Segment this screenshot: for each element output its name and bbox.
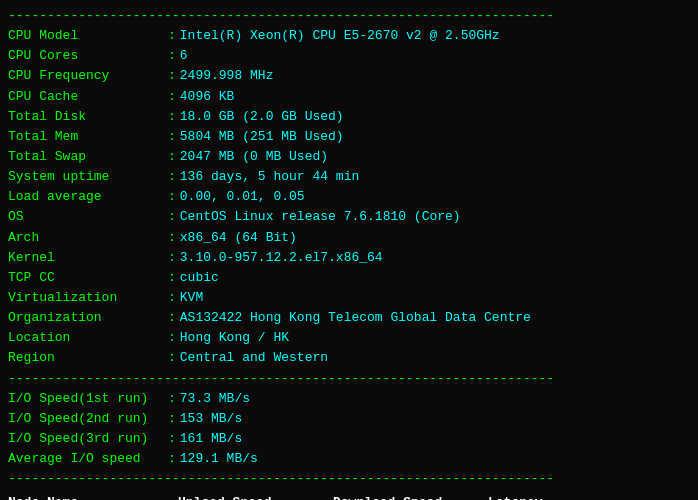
sysinfo-value: KVM <box>180 288 203 308</box>
sysinfo-value: 2499.998 MHz <box>180 66 274 86</box>
iospeed-value: 129.1 MB/s <box>180 449 258 469</box>
sysinfo-label: Virtualization <box>8 288 168 308</box>
sysinfo-row: Location: Hong Kong / HK <box>8 328 690 348</box>
iospeed-label: I/O Speed(2nd run) <box>8 409 168 429</box>
col-download-header: Download Speed <box>333 493 488 500</box>
sysinfo-label: Total Disk <box>8 107 168 127</box>
colon-separator: : <box>168 228 176 248</box>
sysinfo-label: CPU Cache <box>8 87 168 107</box>
sysinfo-value: 2047 MB (0 MB Used) <box>180 147 328 167</box>
iospeed-row: I/O Speed(3rd run): 161 MB/s <box>8 429 690 449</box>
colon-separator: : <box>168 288 176 308</box>
iospeed-row: Average I/O speed: 129.1 MB/s <box>8 449 690 469</box>
top-divider: ----------------------------------------… <box>8 6 690 26</box>
sysinfo-value: AS132422 Hong Kong Telecom Global Data C… <box>180 308 531 328</box>
sysinfo-row: CPU Cache: 4096 KB <box>8 87 690 107</box>
colon-separator: : <box>168 308 176 328</box>
colon-separator: : <box>168 167 176 187</box>
sysinfo-label: Location <box>8 328 168 348</box>
iospeed-row: I/O Speed(2nd run): 153 MB/s <box>8 409 690 429</box>
iospeed-label: I/O Speed(1st run) <box>8 389 168 409</box>
colon-separator: : <box>168 207 176 227</box>
colon-separator: : <box>168 328 176 348</box>
sysinfo-label: OS <box>8 207 168 227</box>
sysinfo-row: Total Disk: 18.0 GB (2.0 GB Used) <box>8 107 690 127</box>
sysinfo-label: TCP CC <box>8 268 168 288</box>
sysinfo-label: Kernel <box>8 248 168 268</box>
mid-divider1: ----------------------------------------… <box>8 369 690 389</box>
sysinfo-value: 136 days, 5 hour 44 min <box>180 167 359 187</box>
sysinfo-label: Organization <box>8 308 168 328</box>
colon-separator: : <box>168 46 176 66</box>
sysinfo-label: Total Mem <box>8 127 168 147</box>
sysinfo-row: CPU Model: Intel(R) Xeon(R) CPU E5-2670 … <box>8 26 690 46</box>
iospeed-value: 161 MB/s <box>180 429 242 449</box>
iospeed-label: I/O Speed(3rd run) <box>8 429 168 449</box>
colon-separator: : <box>168 187 176 207</box>
sysinfo-label: Load average <box>8 187 168 207</box>
sysinfo-row: TCP CC: cubic <box>8 268 690 288</box>
sysinfo-row: Virtualization: KVM <box>8 288 690 308</box>
colon-separator: : <box>168 409 176 429</box>
colon-separator: : <box>168 449 176 469</box>
sysinfo-row: Arch: x86_64 (64 Bit) <box>8 228 690 248</box>
sysinfo-row: CPU Cores: 6 <box>8 46 690 66</box>
speedtest-table: Node Name Upload Speed Download Speed La… <box>8 493 690 500</box>
iospeed-label: Average I/O speed <box>8 449 168 469</box>
sysinfo-row: Kernel: 3.10.0-957.12.2.el7.x86_64 <box>8 248 690 268</box>
sysinfo-value: Intel(R) Xeon(R) CPU E5-2670 v2 @ 2.50GH… <box>180 26 500 46</box>
colon-separator: : <box>168 147 176 167</box>
sysinfo-row: Total Swap: 2047 MB (0 MB Used) <box>8 147 690 167</box>
sysinfo-value: Hong Kong / HK <box>180 328 289 348</box>
colon-separator: : <box>168 107 176 127</box>
iospeed-row: I/O Speed(1st run): 73.3 MB/s <box>8 389 690 409</box>
sysinfo-value: 4096 KB <box>180 87 235 107</box>
sysinfo-row: CPU Frequency: 2499.998 MHz <box>8 66 690 86</box>
sysinfo-label: CPU Frequency <box>8 66 168 86</box>
colon-separator: : <box>168 389 176 409</box>
sysinfo-value: 5804 MB (251 MB Used) <box>180 127 344 147</box>
colon-separator: : <box>168 26 176 46</box>
sysinfo-row: Total Mem: 5804 MB (251 MB Used) <box>8 127 690 147</box>
colon-separator: : <box>168 429 176 449</box>
colon-separator: : <box>168 268 176 288</box>
colon-separator: : <box>168 348 176 368</box>
colon-separator: : <box>168 87 176 107</box>
colon-separator: : <box>168 248 176 268</box>
sysinfo-value: 6 <box>180 46 188 66</box>
col-node-header: Node Name <box>8 493 178 500</box>
sysinfo-row: Region: Central and Western <box>8 348 690 368</box>
sysinfo-value: x86_64 (64 Bit) <box>180 228 297 248</box>
col-latency-header: Latency <box>488 493 588 500</box>
mid-divider2: ----------------------------------------… <box>8 469 690 489</box>
iospeed-value: 153 MB/s <box>180 409 242 429</box>
sysinfo-value: 3.10.0-957.12.2.el7.x86_64 <box>180 248 383 268</box>
colon-separator: : <box>168 127 176 147</box>
col-upload-header: Upload Speed <box>178 493 333 500</box>
sysinfo-value: cubic <box>180 268 219 288</box>
iospeed-value: 73.3 MB/s <box>180 389 250 409</box>
sysinfo-label: CPU Cores <box>8 46 168 66</box>
sysinfo-label: CPU Model <box>8 26 168 46</box>
sysinfo-label: Total Swap <box>8 147 168 167</box>
sysinfo-row: System uptime: 136 days, 5 hour 44 min <box>8 167 690 187</box>
sysinfo-row: Load average: 0.00, 0.01, 0.05 <box>8 187 690 207</box>
sysinfo-row: Organization: AS132422 Hong Kong Telecom… <box>8 308 690 328</box>
sysinfo-row: OS: CentOS Linux release 7.6.1810 (Core) <box>8 207 690 227</box>
sysinfo-label: Region <box>8 348 168 368</box>
sysinfo-label: System uptime <box>8 167 168 187</box>
sysinfo-value: 0.00, 0.01, 0.05 <box>180 187 305 207</box>
sysinfo-value: Central and Western <box>180 348 328 368</box>
sysinfo-label: Arch <box>8 228 168 248</box>
sysinfo-value: CentOS Linux release 7.6.1810 (Core) <box>180 207 461 227</box>
sysinfo-value: 18.0 GB (2.0 GB Used) <box>180 107 344 127</box>
colon-separator: : <box>168 66 176 86</box>
